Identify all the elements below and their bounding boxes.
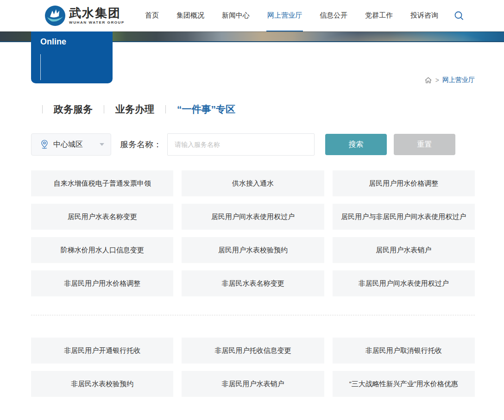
breadcrumb-separator: >: [435, 76, 439, 84]
service-name-label: 服务名称：: [120, 139, 162, 150]
logo-water-icon: [45, 6, 65, 26]
nav-item[interactable]: 党群工作: [364, 0, 394, 31]
service-button[interactable]: 非居民用户用水价格调整: [31, 270, 173, 296]
filter-bar: 中心城区 服务名称： 搜索 重置: [31, 133, 475, 156]
nav-item[interactable]: 信息公开: [319, 0, 348, 31]
banner-section: Online: [0, 31, 504, 42]
service-button[interactable]: 居民用户水表名称变更: [31, 204, 173, 230]
service-name-input[interactable]: [167, 133, 315, 156]
service-button[interactable]: 非居民用户开通银行托收: [31, 338, 173, 364]
service-button[interactable]: 供水接入通水: [182, 170, 324, 196]
service-button[interactable]: 阶梯水价用水人口信息变更: [31, 237, 173, 263]
tab-item[interactable]: “一件事”专区: [154, 103, 235, 116]
home-icon[interactable]: [424, 76, 432, 84]
nav-item[interactable]: 集团概况: [176, 0, 205, 31]
service-button[interactable]: “三大战略性新兴产业”用水价格优惠: [333, 371, 475, 397]
nav-item[interactable]: 新闻中心: [221, 0, 251, 31]
service-button[interactable]: 非居民用户水表销户: [182, 371, 324, 397]
search-button[interactable]: 搜索: [325, 134, 387, 155]
tab-item[interactable]: 政务服务: [31, 103, 93, 116]
service-button[interactable]: 非居民水表名称变更: [182, 270, 324, 296]
location-pin-icon: [40, 139, 49, 150]
service-button[interactable]: 居民用户与非居民用户间水表使用权过户: [333, 204, 475, 230]
main-nav: 首页 集团概况 新闻中心 网上营业厅 信息公开 党群工作 投诉咨询: [144, 0, 439, 31]
service-grid-secondary: 非居民用户开通银行托收 非居民用户托收信息变更 非居民用户取消银行托收 非居民水…: [31, 338, 475, 397]
service-grid-primary: 自来水增值税电子普通发票申领 供水接入通水 居民用户用水价格调整 居民用户水表名…: [31, 170, 475, 296]
main-content: > 网上营业厅 政务服务 业务办理 “一件事”专区 中心城区 服务名称： 搜索: [31, 75, 475, 397]
reset-button[interactable]: 重置: [394, 134, 455, 155]
online-panel: Online: [31, 31, 113, 83]
nav-item[interactable]: 网上营业厅: [266, 0, 303, 31]
logo-subtitle: WUHAN WATER GROUP: [69, 21, 125, 25]
service-button[interactable]: 非居民用户间水表使用权过户: [333, 270, 475, 296]
region-dropdown-value: 中心城区: [53, 140, 83, 150]
dashed-divider: [31, 315, 475, 315]
nav-item[interactable]: 首页: [144, 0, 160, 31]
site-header: 武水集团 WUHAN WATER GROUP 首页 集团概况 新闻中心 网上营业…: [0, 0, 504, 31]
region-dropdown[interactable]: 中心城区: [31, 133, 111, 156]
nav-item[interactable]: 投诉咨询: [410, 0, 439, 31]
online-divider-line: [40, 54, 41, 80]
service-button[interactable]: 居民用户水表校验预约: [182, 237, 324, 263]
section-tabs: 政务服务 业务办理 “一件事”专区: [31, 103, 475, 116]
service-button[interactable]: 非居民用户取消银行托收: [333, 338, 475, 364]
breadcrumb-current-page[interactable]: 网上营业厅: [442, 76, 475, 84]
service-button[interactable]: 居民用户水表销户: [333, 237, 475, 263]
online-label: Online: [40, 37, 113, 47]
site-logo[interactable]: 武水集团 WUHAN WATER GROUP: [45, 6, 125, 26]
logo-title: 武水集团: [69, 7, 125, 19]
service-button[interactable]: 非居民用户托收信息变更: [182, 338, 324, 364]
service-button[interactable]: 居民用户间水表使用权过户: [182, 204, 324, 230]
service-button[interactable]: 自来水增值税电子普通发票申领: [31, 170, 173, 196]
chevron-down-icon: [100, 143, 104, 146]
tab-item[interactable]: 业务办理: [93, 103, 154, 116]
service-button[interactable]: 居民用户用水价格调整: [333, 170, 475, 196]
search-icon[interactable]: [454, 11, 464, 21]
service-button[interactable]: 非居民水表校验预约: [31, 371, 173, 397]
